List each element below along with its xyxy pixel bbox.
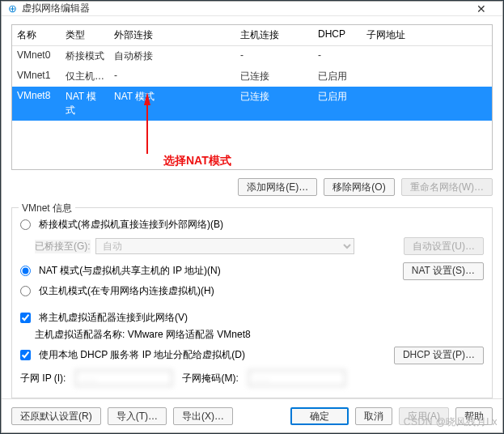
window-title: 虚拟网络编辑器 (22, 2, 467, 15)
connect-host-label: 将主机虚拟适配器连接到此网络(V) (39, 311, 188, 325)
table-row[interactable]: VMnet1 仅主机… - 已连接 已启用 (12, 66, 492, 87)
dhcp-settings-button[interactable]: DHCP 设置(P)… (394, 347, 484, 364)
content: 名称 类型 外部连接 主机连接 DHCP 子网地址 VMnet0 桥接模式 自动… (2, 16, 502, 398)
window: ⊕ 虚拟网络编辑器 ✕ 名称 类型 外部连接 主机连接 DHCP 子网地址 VM… (1, 1, 503, 433)
bridge-radio-row[interactable]: 桥接模式(将虚拟机直接连接到外部网络)(B) (20, 218, 484, 232)
connect-host-checkbox[interactable] (20, 313, 31, 323)
nat-radio-row: NAT 模式(与虚拟机共享主机的 IP 地址)(N) NAT 设置(S)… (20, 261, 484, 281)
titlebar: ⊕ 虚拟网络编辑器 ✕ (2, 2, 502, 16)
add-network-button[interactable]: 添加网络(E)… (238, 178, 317, 196)
ok-button[interactable]: 确定 (290, 407, 349, 425)
table-row[interactable]: VMnet0 桥接模式 自动桥接 - - (12, 46, 492, 66)
vmnet-info-group: VMnet 信息 桥接模式(将虚拟机直接连接到外部网络)(B) 已桥接至(G):… (11, 207, 493, 398)
th-type[interactable]: 类型 (61, 25, 109, 45)
th-host[interactable]: 主机连接 (235, 25, 313, 45)
app-icon: ⊕ (8, 2, 17, 15)
th-subnet[interactable]: 子网地址 (362, 25, 492, 45)
remove-network-button[interactable]: 移除网络(O) (324, 178, 394, 196)
th-dhcp[interactable]: DHCP (313, 25, 362, 45)
bridge-radio[interactable] (20, 219, 31, 230)
nat-radio[interactable] (20, 266, 31, 276)
dhcp-row: 使用本地 DHCP 服务将 IP 地址分配给虚拟机(D) DHCP 设置(P)… (20, 345, 484, 365)
subnet-mask-input[interactable] (248, 370, 345, 386)
dhcp-label: 使用本地 DHCP 服务将 IP 地址分配给虚拟机(D) (39, 348, 245, 362)
table-row-selected[interactable]: VMnet8 NAT 模式 NAT 模式 已连接 已启用 (12, 87, 492, 121)
adapter-caption-row: 主机虚拟适配器名称: VMware 网络适配器 VMnet8 (20, 328, 484, 342)
close-icon[interactable]: ✕ (467, 2, 496, 15)
table-buttons: 添加网络(E)… 移除网络(O) 重命名网络(W)… (11, 175, 493, 199)
table-header: 名称 类型 外部连接 主机连接 DHCP 子网地址 (12, 25, 492, 46)
subnet-ip-input[interactable] (75, 370, 172, 386)
rename-network-button: 重命名网络(W)… (401, 178, 493, 196)
th-name[interactable]: 名称 (12, 25, 61, 45)
connect-host-row[interactable]: 将主机虚拟适配器连接到此网络(V) (20, 311, 484, 325)
restore-defaults-button[interactable]: 还原默认设置(R) (11, 407, 101, 425)
nat-settings-button[interactable]: NAT 设置(S)… (403, 262, 484, 280)
cancel-button[interactable]: 取消 (355, 407, 392, 425)
watermark: CSDN @晓风残月Lx (404, 415, 498, 429)
bridge-to-label: 已桥接至(G): (35, 240, 91, 253)
bridge-to-row: 已桥接至(G): 自动 自动设置(U)… (20, 235, 484, 257)
subnet-ip-label: 子网 IP (I): (20, 372, 66, 385)
export-button[interactable]: 导出(X)… (173, 407, 233, 425)
hostonly-label: 仅主机模式(在专用网络内连接虚拟机)(H) (39, 284, 214, 298)
hostonly-radio[interactable] (20, 286, 31, 296)
import-button[interactable]: 导入(T)… (108, 407, 167, 425)
network-table[interactable]: 名称 类型 外部连接 主机连接 DHCP 子网地址 VMnet0 桥接模式 自动… (11, 24, 493, 170)
subnet-mask-label: 子网掩码(M): (182, 372, 238, 385)
dhcp-checkbox[interactable] (20, 350, 31, 360)
bridge-to-select: 自动 (95, 238, 354, 254)
auto-settings-button: 自动设置(U)… (404, 237, 484, 255)
group-legend: VMnet 信息 (19, 202, 75, 215)
nat-label: NAT 模式(与虚拟机共享主机的 IP 地址)(N) (39, 264, 221, 278)
bridge-label: 桥接模式(将虚拟机直接连接到外部网络)(B) (39, 218, 223, 232)
hostonly-radio-row[interactable]: 仅主机模式(在专用网络内连接虚拟机)(H) (20, 284, 484, 298)
subnet-row: 子网 IP (I): 子网掩码(M): (20, 370, 484, 386)
adapter-caption: 主机虚拟适配器名称: VMware 网络适配器 VMnet8 (35, 328, 251, 342)
th-ext[interactable]: 外部连接 (109, 25, 235, 45)
